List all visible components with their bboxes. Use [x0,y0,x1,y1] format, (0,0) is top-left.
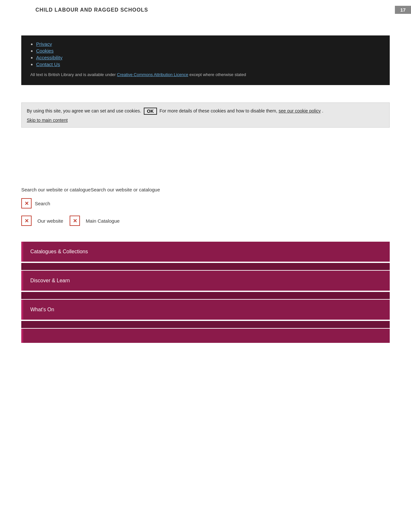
radio-website-label: Our website [37,218,63,224]
nav-container-catalogues: Catalogues & Collections [21,242,390,262]
nav-list-item-accessibility: Accessibility [36,55,383,60]
accessibility-link[interactable]: Accessibility [36,55,63,60]
nav-spacer-2 [21,292,390,299]
nav-list-item-privacy: Privacy [36,41,383,47]
nav-container-whatson: What's On [21,300,390,320]
nav-item-catalogues-label: Catalogues & Collections [30,249,88,255]
skip-to-main-link[interactable]: Skip to main content [27,117,384,124]
contact-link[interactable]: Contact Us [36,62,60,67]
footer-text-suffix: except where otherwise stated [190,72,246,77]
cookie-ok-button[interactable]: OK [144,108,157,115]
nav-dot-whatson [21,300,23,320]
footer-text: All text is British Library and is avail… [30,72,383,78]
nav-dot-catalogues [21,242,23,262]
search-input-row: ✕ Search [21,198,390,208]
cookies-link[interactable]: Cookies [36,48,54,53]
radio-catalogue-icon[interactable]: ✕ [70,216,80,226]
nav-item-catalogues[interactable]: Catalogues & Collections [21,242,390,262]
nav-item-whatson-label: What's On [30,307,54,313]
creative-commons-link[interactable]: Creative Commons Attribution Licence [117,72,188,77]
search-section: Search our website or catalogueSearch ou… [21,187,390,226]
nav-dot-empty [21,329,23,343]
footer-nav-list: Privacy Cookies Accessibility Contact Us [30,41,383,67]
nav-dot-discover [21,271,23,291]
footer-text-prefix: All text is British Library and is avail… [30,72,117,77]
cookie-text-after: For more details of these cookies and ho… [160,108,278,113]
footer-nav-bar: Privacy Cookies Accessibility Contact Us… [21,35,390,85]
nav-item-discover[interactable]: Discover & Learn [21,271,390,291]
nav-container-empty [21,329,390,343]
cookie-policy-link[interactable]: see our cookie policy [279,108,321,113]
cookie-notice-bar: By using this site, you agree we can set… [21,102,390,128]
cookie-text-end: . [322,108,323,113]
nav-item-discover-label: Discover & Learn [30,278,70,284]
nav-item-whatson[interactable]: What's On [21,300,390,320]
cookie-text-before: By using this site, you agree we can set… [27,108,141,113]
radio-item-catalogue[interactable]: ✕ Main Catalogue [70,216,120,226]
search-clear-icon[interactable]: ✕ [21,198,32,208]
radio-website-icon[interactable]: ✕ [21,216,32,226]
nav-spacer-3 [21,321,390,328]
search-radio-row: ✕ Our website ✕ Main Catalogue [21,216,390,226]
nav-list-item-contact: Contact Us [36,62,383,67]
search-text-label: Search [35,201,50,206]
privacy-link[interactable]: Privacy [36,41,52,47]
radio-catalogue-label: Main Catalogue [86,218,120,224]
nav-item-empty[interactable] [21,329,390,343]
main-nav-menu: Catalogues & Collections Discover & Lear… [21,242,390,344]
cookie-notice-content: By using this site, you agree we can set… [27,107,384,115]
nav-spacer-1 [21,263,390,270]
radio-item-website[interactable]: ✕ Our website [21,216,63,226]
page-title: CHILD LABOUR AND RAGGED SCHOOLS [35,7,148,13]
nav-container-discover: Discover & Learn [21,271,390,291]
nav-list-item-cookies: Cookies [36,48,383,53]
search-label: Search our website or catalogueSearch ou… [21,187,390,192]
page-number-badge: 17 [395,6,411,14]
